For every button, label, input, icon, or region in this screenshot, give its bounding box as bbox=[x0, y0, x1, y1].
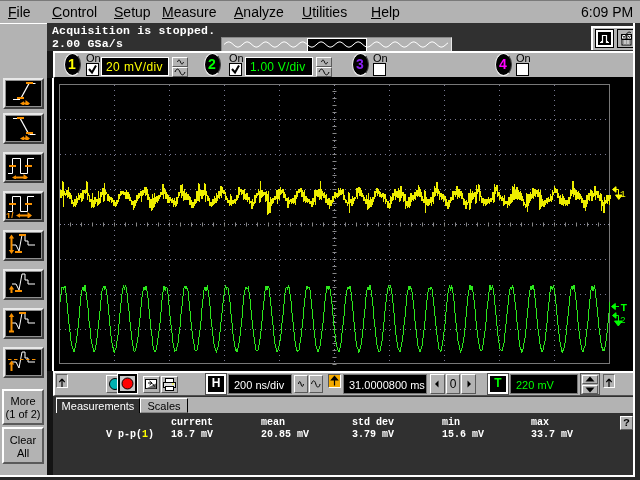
svg-text:2: 2 bbox=[620, 315, 626, 326]
svg-text:1: 1 bbox=[620, 189, 626, 200]
svg-text:T: T bbox=[621, 302, 628, 314]
svg-text:1/: 1/ bbox=[6, 211, 14, 219]
